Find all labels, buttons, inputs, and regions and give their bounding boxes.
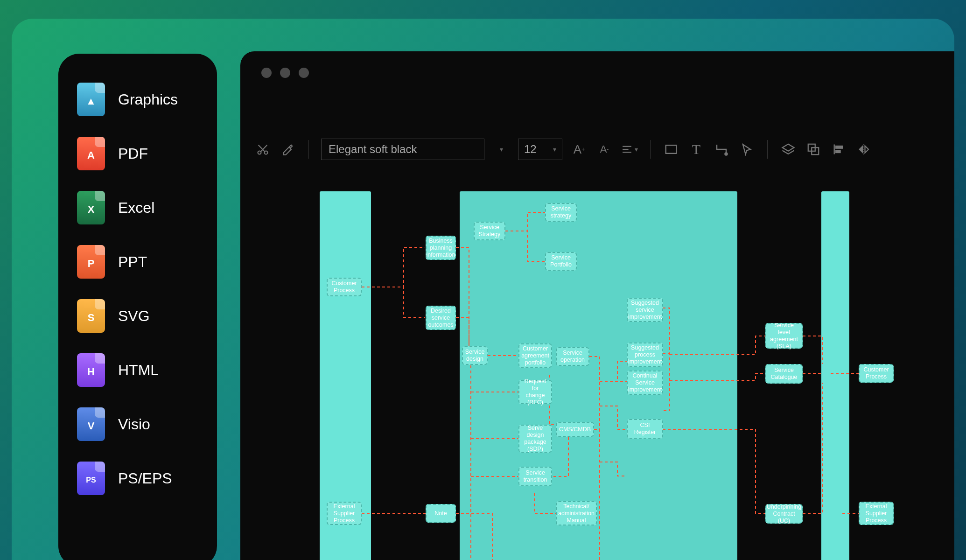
visio-icon: V — [77, 407, 105, 441]
node-suggested-process[interactable]: Suggested process improvement — [627, 343, 663, 367]
node-tech-admin[interactable]: Technical/ administration Manual — [556, 501, 597, 525]
pseps-icon: PS — [77, 462, 105, 495]
rectangle-icon[interactable] — [663, 141, 679, 158]
export-pdf[interactable]: A PDF — [72, 126, 203, 181]
node-suggested-service[interactable]: Suggested service improvement — [627, 298, 663, 322]
export-label: Graphics — [118, 91, 178, 108]
minimize-dot[interactable] — [280, 68, 290, 78]
node-customer-process[interactable]: Customer Process — [327, 278, 362, 296]
export-svg[interactable]: S SVG — [72, 289, 203, 343]
export-ppt[interactable]: P PPT — [72, 235, 203, 289]
node-customer-agreement[interactable]: Customer agreement portfolio — [518, 343, 552, 368]
font-dropdown-icon[interactable]: ▾ — [493, 141, 510, 158]
pdf-icon: A — [77, 137, 105, 170]
export-label: Excel — [118, 199, 154, 217]
node-external-supplier[interactable]: External Supplier Process — [327, 502, 362, 525]
pointer-icon[interactable] — [738, 141, 755, 158]
node-note[interactable]: Note — [426, 504, 456, 523]
node-customer-process-r[interactable]: Customer Process — [859, 364, 894, 383]
node-cms-cmdb[interactable]: CMS/CMDB — [556, 422, 594, 437]
flip-icon[interactable] — [855, 141, 872, 158]
font-size: 12 — [524, 143, 537, 156]
node-sla[interactable]: Service level agreement (SLA) — [765, 323, 803, 349]
layers-icon[interactable] — [780, 141, 797, 158]
svg-point-6 — [725, 153, 728, 155]
brush-icon[interactable] — [280, 141, 296, 158]
export-label: PS/EPS — [118, 470, 172, 487]
svg-rect-11 — [836, 150, 840, 153]
node-service-operation[interactable]: Service operation — [556, 347, 589, 366]
html-icon: H — [77, 353, 105, 387]
node-continual-service[interactable]: Continual Service improvement — [627, 371, 663, 395]
node-business-planning[interactable]: Business planning information — [426, 236, 456, 260]
font-decrease-icon[interactable]: A- — [596, 141, 613, 158]
svg-icon: S — [77, 299, 105, 333]
node-service-portfolio[interactable]: Service Portfolio — [545, 252, 577, 271]
svg-point-1 — [265, 151, 268, 154]
node-external-supplier-r[interactable]: External Supplier Process — [859, 502, 894, 525]
export-label: SVG — [118, 308, 150, 325]
export-label: Visio — [118, 416, 150, 433]
node-underpinning[interactable]: Underpinning Contract (UC) — [765, 504, 803, 524]
node-serve-design-pkg[interactable]: Serve design package (SDP) — [518, 425, 552, 453]
editor-window: Elegant soft black ▾ 12 ▾ A+ A- ▾ T — [240, 51, 954, 560]
graphics-icon: ▲ — [77, 83, 105, 116]
export-label: HTML — [118, 362, 159, 379]
font-name: Elegant soft black — [329, 143, 417, 156]
align-icon[interactable]: ▾ — [621, 141, 638, 158]
export-visio[interactable]: V Visio — [72, 397, 203, 451]
export-html[interactable]: H HTML — [72, 343, 203, 397]
group-icon[interactable] — [805, 141, 822, 158]
font-size-select[interactable]: 12 ▾ — [518, 139, 562, 160]
export-graphics[interactable]: ▲ Graphics — [72, 72, 203, 126]
export-sidebar: ▲ Graphics A PDF X Excel P PPT S SVG H H… — [58, 54, 217, 560]
node-service-catalogue[interactable]: Service Catalogue — [765, 364, 803, 384]
text-tool-icon[interactable]: T — [688, 141, 705, 158]
excel-icon: X — [77, 191, 105, 224]
close-dot[interactable] — [261, 68, 272, 78]
connector-icon[interactable] — [713, 141, 730, 158]
node-request-change[interactable]: Request for change (RFC) — [518, 380, 552, 404]
export-label: PDF — [118, 145, 148, 162]
node-desired-outcomes[interactable]: Desired service outcomes — [426, 306, 456, 330]
svg-point-0 — [258, 151, 261, 154]
export-label: PPT — [118, 253, 147, 271]
lane-middle[interactable] — [460, 191, 737, 560]
node-service-strategy-out[interactable]: Service strategy — [545, 203, 577, 222]
ppt-icon: P — [77, 245, 105, 279]
diagram-canvas[interactable]: Customer Process External Supplier Proce… — [240, 177, 954, 560]
svg-rect-10 — [836, 146, 842, 148]
align-left-icon[interactable] — [830, 141, 847, 158]
window-controls — [261, 68, 309, 78]
font-family-select[interactable]: Elegant soft black — [321, 139, 484, 160]
node-service-design[interactable]: Service design — [462, 346, 488, 365]
toolbar: Elegant soft black ▾ 12 ▾ A+ A- ▾ T — [254, 135, 954, 163]
node-service-strategy-in[interactable]: Service Strategy — [474, 222, 505, 240]
node-service-transition[interactable]: Service transition — [518, 467, 552, 486]
lane-right[interactable] — [821, 191, 849, 560]
font-increase-icon[interactable]: A+ — [571, 141, 588, 158]
export-excel[interactable]: X Excel — [72, 181, 203, 235]
node-csi-register[interactable]: CSI Register — [627, 419, 663, 439]
export-pseps[interactable]: PS PS/EPS — [72, 451, 203, 505]
svg-rect-5 — [666, 145, 677, 154]
cut-icon[interactable] — [254, 141, 271, 158]
maximize-dot[interactable] — [299, 68, 309, 78]
